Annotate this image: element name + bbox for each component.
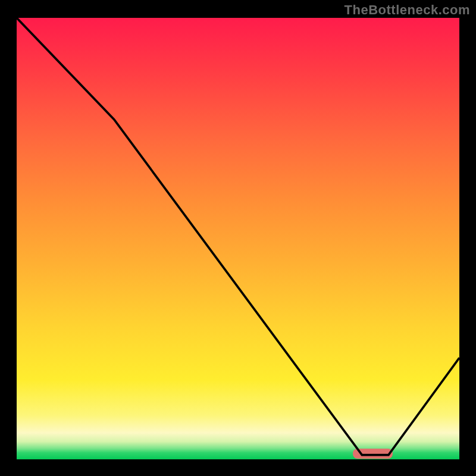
watermark-text: TheBottleneck.com: [345, 2, 470, 18]
bottleneck-curve: [17, 18, 459, 459]
chart-frame: TheBottleneck.com: [0, 0, 476, 476]
plot-area: [17, 18, 459, 459]
